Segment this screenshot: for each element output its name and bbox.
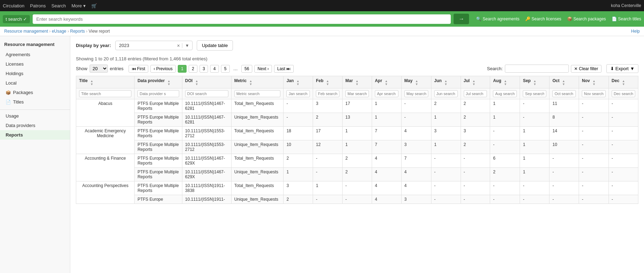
sidebar-item-licenses[interactable]: Licenses (0, 59, 70, 69)
nov-cell: - (579, 113, 609, 127)
mar-search-input[interactable] (345, 90, 369, 97)
first-page-button[interactable]: ⏮ First (129, 65, 149, 73)
th-dec[interactable]: Dec ▲▼ (609, 76, 638, 88)
th-title[interactable]: Title ▲▼ (76, 76, 135, 88)
th-doi[interactable]: DOI ▲▼ (182, 76, 231, 88)
sidebar-item-holdings[interactable]: Holdings (0, 69, 70, 78)
jul-cell: - (461, 154, 490, 168)
search-input[interactable] (33, 14, 451, 24)
page-3-button[interactable]: 3 (200, 65, 208, 73)
th-metric[interactable]: Metric ▲▼ (231, 76, 284, 88)
search-packages-link[interactable]: 📦 Search packages (567, 16, 606, 21)
may-search-input[interactable] (404, 90, 428, 97)
mar-cell: 13 (343, 113, 372, 127)
nov-cell: - (579, 168, 609, 181)
sidebar-item-reports[interactable]: Reports (0, 130, 70, 140)
year-clear-button[interactable]: × (175, 43, 182, 48)
feb-cell: 3 (313, 99, 343, 113)
metric-cell: Unique_Item_Requests (231, 140, 284, 154)
th-feb[interactable]: Feb ▲▼ (313, 76, 343, 88)
search-agreements-link[interactable]: 🔍 Search agreements (476, 16, 519, 21)
clear-filter-button[interactable]: ✕ Clear filter (571, 65, 601, 73)
sidebar-item-local[interactable]: Local (0, 78, 70, 88)
entries-per-page-select[interactable]: 10 20 50 100 (90, 65, 108, 73)
nav-patrons[interactable]: Patrons (30, 3, 46, 8)
page-56-button[interactable]: 56 (241, 65, 252, 73)
th-may[interactable]: May ▲▼ (401, 76, 431, 88)
sidebar-label-data-providers: Data providers (6, 123, 35, 128)
filter-search-row: Search: ✕ Clear filter ⬇ Export ▼ (487, 64, 638, 73)
entries-label: entries (110, 66, 124, 71)
oct-search-input[interactable] (552, 90, 576, 97)
nav-circulation[interactable]: Circulation (3, 3, 24, 8)
title-search-input[interactable] (79, 90, 131, 97)
sidebar-item-packages[interactable]: 📦 Packages (0, 88, 70, 97)
provider-cell: PTFS Europe Multiple Reports (135, 127, 182, 140)
th-oct[interactable]: Oct ▲▼ (549, 76, 579, 88)
sidebar-label-packages: Packages (13, 90, 33, 95)
th-jan[interactable]: Jan ▲▼ (284, 76, 313, 88)
sidebar-item-usage[interactable]: Usage (0, 111, 70, 121)
aug-cell: - (490, 181, 520, 195)
breadcrumb-reports[interactable]: Reports (70, 29, 85, 34)
ellipsis: … (232, 66, 239, 71)
apr-search-input[interactable] (375, 90, 398, 97)
th-jul[interactable]: Jul ▲▼ (461, 76, 490, 88)
dec-search-input[interactable] (612, 90, 635, 97)
search-type-selector[interactable]: t search ✓ (3, 15, 30, 23)
metric-search-input[interactable] (234, 90, 281, 97)
feb-search-input[interactable] (316, 90, 339, 97)
th-apr[interactable]: Apr ▲▼ (372, 76, 401, 88)
jan-search-input[interactable] (286, 90, 310, 97)
nav-more[interactable]: More ▾ (71, 3, 85, 8)
export-button[interactable]: ⬇ Export ▼ (606, 64, 638, 73)
th-sep[interactable]: Sep ▲▼ (520, 76, 549, 88)
search-licenses-link[interactable]: 🔑 Search licenses (525, 16, 561, 21)
breadcrumb-eusage[interactable]: eUsage (52, 29, 66, 34)
nav-cart[interactable]: 🛒 (91, 3, 97, 8)
page-1-button[interactable]: 1 (178, 65, 187, 73)
th-provider[interactable]: Data provider ▲▼ (135, 76, 182, 88)
feb-cell: - (313, 195, 343, 204)
apr-search-cell (372, 88, 401, 99)
filter-search-input[interactable] (505, 65, 569, 73)
title-cell: Academic Emergency Medicine (76, 127, 135, 154)
dec-search-cell (609, 88, 638, 99)
jul-cell: 2 (461, 113, 490, 127)
sidebar-item-agreements[interactable]: Agreements (0, 50, 70, 59)
doi-search-cell (182, 88, 231, 99)
jul-search-input[interactable] (464, 90, 487, 97)
breadcrumb-resource-management[interactable]: Resource management (4, 29, 48, 34)
search-go-button[interactable]: → (454, 14, 469, 24)
prev-page-button[interactable]: ‹ Previous (150, 65, 176, 73)
th-jun[interactable]: Jun ▲▼ (431, 76, 461, 88)
year-dropdown-button[interactable]: ▼ (182, 43, 192, 48)
sep-search-input[interactable] (523, 90, 546, 97)
nav-search[interactable]: Search (51, 3, 66, 8)
update-table-button[interactable]: Update table (197, 40, 233, 51)
next-page-button[interactable]: Next › (254, 65, 272, 73)
aug-search-input[interactable] (493, 90, 517, 97)
page-2-button[interactable]: 2 (189, 65, 197, 73)
th-nov[interactable]: Nov ▲▼ (579, 76, 609, 88)
apr-sort-icon: ▲▼ (385, 80, 388, 86)
sidebar-item-data-providers[interactable]: Data providers (0, 121, 70, 130)
th-aug[interactable]: Aug ▲▼ (490, 76, 520, 88)
page-4-button[interactable]: 4 (210, 65, 219, 73)
jun-search-input[interactable] (434, 90, 458, 97)
page-5-button[interactable]: 5 (221, 65, 230, 73)
doi-search-input[interactable] (185, 90, 228, 97)
nov-cell: - (579, 195, 609, 204)
doi-cell: 10.1111/(ISSN)1553-2712 (182, 140, 231, 154)
metric-cell: Total_Item_Requests (231, 154, 284, 168)
help-link[interactable]: Help (631, 29, 640, 34)
provider-search-input[interactable] (137, 90, 179, 97)
nov-search-input[interactable] (582, 90, 606, 97)
oct-cell: - (549, 168, 579, 181)
th-mar[interactable]: Mar ▲▼ (343, 76, 372, 88)
jul-cell: - (461, 181, 490, 195)
sidebar-item-titles[interactable]: 📄 Titles (0, 97, 70, 107)
last-page-button[interactable]: Last ⏭ (274, 65, 294, 73)
table-container: Title ▲▼ Data provider ▲▼ DOI ▲▼ Metric … (76, 76, 638, 204)
search-titles-link[interactable]: 📄 Search titles (612, 16, 641, 21)
